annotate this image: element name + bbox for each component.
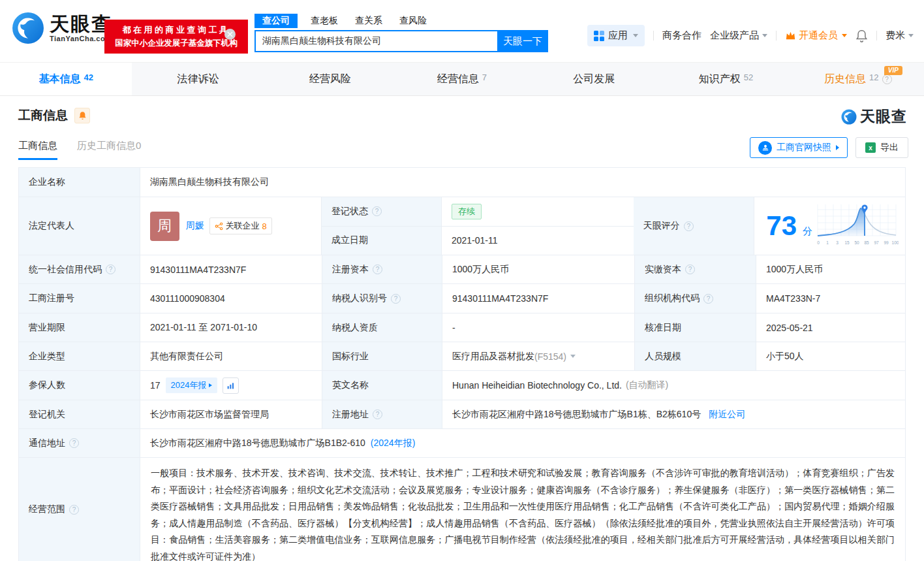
field-label: 企业名称 — [19, 168, 140, 197]
table-subrow: 登记状态 存续 — [322, 197, 634, 227]
reg-address-value: 长沙市雨花区湘府中路18号德思勤城市广场B1栋、B2栋610号 — [452, 409, 701, 421]
export-label: 导出 — [880, 142, 899, 153]
field-label: 工商注册号 — [19, 284, 140, 313]
search-tab-company[interactable]: 查公司 — [254, 14, 298, 28]
legal-rep-link[interactable]: 周媛 — [186, 220, 204, 232]
industry-cell[interactable]: 医疗用品及器材批发 (F5154) — [442, 342, 635, 371]
svg-text:0: 0 — [817, 240, 820, 245]
field-label: 参保人数 — [19, 371, 140, 400]
brand-domain: TianYanCha.com — [50, 35, 112, 42]
tianyancha-logo-icon — [12, 12, 44, 44]
reg-status-cell: 存续 — [442, 197, 634, 227]
field-label: 成立日期 — [322, 227, 442, 256]
subscribe-bell-icon[interactable] — [74, 108, 90, 123]
avatar[interactable]: 周 — [150, 212, 179, 241]
tab-count: 52 — [744, 72, 753, 82]
insured-count: 17 — [150, 380, 161, 391]
search-button[interactable]: 天眼一下 — [497, 30, 548, 52]
table-row: 营业期限 2021-01-11 至 2071-01-10 纳税人资质 - 核准日… — [19, 313, 905, 342]
question-icon[interactable] — [391, 294, 401, 304]
tab-operation-risk[interactable]: 经营风险 — [264, 63, 396, 95]
related-companies-badge[interactable]: 关联企业 8 — [209, 217, 272, 234]
question-icon[interactable] — [373, 264, 382, 274]
apps-menu[interactable]: 应用 — [587, 25, 645, 46]
tab-company-development[interactable]: 公司发展 — [528, 63, 660, 95]
svg-text:100: 100 — [892, 240, 899, 245]
tianyan-score-cell[interactable]: 73 分 013 155085 9799100 — [754, 197, 905, 255]
company-type-value: 其他有限责任公司 — [140, 342, 322, 371]
table-row: 参保人数 17 2024年报 英文名称 Hunan Heiheidian Bio… — [19, 371, 905, 400]
question-icon[interactable] — [106, 264, 116, 274]
comm-address-cell: 长沙市雨花区湘府中路18号德思勤城市广场B1B2-610 (2024年报) — [140, 429, 905, 458]
reg-capital-value: 1000万人民币 — [442, 255, 635, 284]
annual-report-label: 2024年报 — [171, 379, 207, 391]
search-input[interactable] — [254, 30, 497, 52]
field-label: 人员规模 — [635, 342, 756, 371]
notification-bell-icon[interactable] — [855, 29, 868, 42]
score-axis-ticks: 013 155085 9799100 — [817, 240, 899, 245]
related-count: 8 — [262, 221, 267, 231]
watermark-text: 天眼查 — [860, 106, 907, 127]
search-clear-icon[interactable] — [224, 29, 236, 40]
official-snapshot-button[interactable]: 工商官网快照 — [750, 137, 848, 158]
annual-report-chip[interactable]: 2024年报 — [166, 377, 217, 393]
question-icon[interactable] — [69, 505, 79, 515]
search-tab-boss[interactable]: 查老板 — [311, 15, 338, 27]
search-tab-risk[interactable]: 查风险 — [399, 15, 427, 27]
username: 费米 — [886, 29, 905, 42]
nav-open-vip[interactable]: 开通会员 — [785, 29, 847, 42]
tianyancha-logo[interactable]: 天眼查 TianYanCha.com — [12, 12, 112, 44]
tab-count: 12 — [869, 72, 878, 82]
tab-legal-proceedings[interactable]: 法律诉讼 — [132, 63, 264, 95]
table-row: 统一社会信用代码 91430111MA4T233N7F 注册资本 1000万人民… — [19, 255, 905, 284]
question-icon[interactable] — [684, 221, 694, 231]
help-icon[interactable] — [882, 74, 892, 84]
promo-line2: 国家中小企业发展子基金旗下机构 — [104, 38, 248, 49]
svg-text:1: 1 — [826, 240, 829, 245]
tab-operation-info[interactable]: 经营信息 7 — [396, 63, 528, 95]
term-value: 2021-01-11 至 2071-01-10 — [140, 313, 322, 342]
approval-date-value: 2025-05-21 — [756, 313, 905, 342]
divider — [653, 31, 654, 40]
table-row: 通信地址 长沙市雨花区湘府中路18号德思勤城市广场B1B2-610 (2024年… — [19, 429, 905, 458]
chevron-down-icon[interactable] — [570, 355, 576, 358]
annual-report-link[interactable]: (2024年报) — [371, 438, 415, 449]
question-icon[interactable] — [703, 294, 713, 304]
auto-translate-note: (自动翻译) — [626, 379, 668, 391]
nearby-companies-link[interactable]: 附近公司 — [709, 409, 745, 421]
industry-value: 医疗用品及器材批发 — [452, 351, 534, 362]
table-row: 工商注册号 430111000908304 纳税人识别号 91430111MA4… — [19, 284, 905, 313]
subtab-history-business-info[interactable]: 历史工商信息0 — [77, 140, 141, 160]
subtab-business-info[interactable]: 工商信息 — [18, 140, 57, 160]
score-value: 73 — [766, 212, 797, 240]
field-label: 法定代表人 — [19, 197, 140, 255]
question-icon[interactable] — [69, 438, 79, 448]
apps-label: 应用 — [608, 29, 628, 42]
tab-intellectual-property[interactable]: 知识产权 52 — [660, 63, 792, 95]
nav-enterprise-products[interactable]: 企业级产品 — [710, 29, 767, 42]
chevron-down-icon — [762, 34, 767, 37]
nav-user-menu[interactable]: 费米 — [886, 29, 914, 42]
watermark-logo: 天眼查 — [841, 106, 907, 127]
credit-code-value: 91430111MA4T233N7F — [140, 255, 322, 284]
score-distribution-chart: 013 155085 9799100 — [816, 203, 899, 249]
business-scope-value: 一般项目：技术服务、技术开发、技术咨询、技术交流、技术转让、技术推广；工程和技术… — [140, 458, 905, 561]
field-label: 组织机构代码 — [635, 284, 756, 313]
trend-chart-icon[interactable] — [223, 377, 239, 394]
tab-history-info[interactable]: VIP 历史信息 12 — [792, 63, 924, 95]
tab-label: 历史信息 — [824, 72, 866, 86]
svg-text:97: 97 — [874, 240, 879, 245]
nav-business-cooperation[interactable]: 商务合作 — [662, 29, 701, 42]
search-area: 查公司 查老板 查关系 查风险 天眼一下 — [254, 13, 548, 52]
authority-value: 长沙市雨花区市场监督管理局 — [140, 400, 322, 429]
chevron-right-icon — [836, 145, 839, 150]
search-tab-relation[interactable]: 查关系 — [355, 15, 382, 27]
export-button[interactable]: 导出 — [855, 137, 908, 158]
question-icon[interactable] — [372, 206, 382, 216]
question-icon[interactable] — [685, 264, 695, 274]
staff-size-value: 小于50人 — [756, 342, 905, 371]
tab-label: 公司发展 — [573, 72, 615, 86]
tab-basic-info[interactable]: 基本信息 42 — [0, 63, 132, 95]
question-icon[interactable] — [373, 409, 382, 419]
tab-label: 知识产权 — [699, 72, 741, 86]
